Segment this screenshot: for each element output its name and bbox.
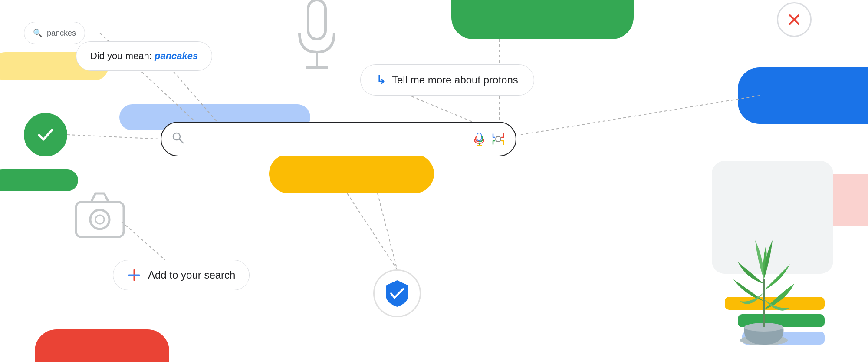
deco-green-top (451, 0, 634, 39)
search-right-icons (467, 131, 506, 147)
svg-line-11 (347, 193, 397, 269)
green-check-circle (24, 113, 67, 156)
svg-line-16 (179, 139, 183, 143)
add-to-search-pill[interactable]: Add to your search (113, 260, 250, 290)
svg-rect-17 (477, 133, 481, 141)
deco-red-bottom (35, 329, 169, 362)
svg-point-22 (90, 210, 109, 229)
voice-search-icon[interactable] (472, 132, 486, 146)
svg-point-20 (496, 136, 501, 142)
google-plus-icon (127, 268, 141, 282)
correction-prefix: Did you mean: pancakes (90, 50, 198, 62)
shield-circle (373, 269, 421, 317)
svg-rect-21 (76, 202, 124, 237)
deco-green-left (0, 169, 78, 191)
close-icon (786, 12, 802, 27)
spelling-correction-pill[interactable]: Did you mean: pancakes (76, 41, 212, 71)
small-search-icon: 🔍 (33, 28, 43, 38)
search-suggestion-text: panckes (47, 29, 76, 38)
checkmark-icon (35, 124, 56, 146)
arrow-icon: ↳ (376, 73, 386, 87)
svg-line-12 (378, 193, 397, 269)
svg-point-23 (95, 215, 104, 224)
svg-line-7 (67, 135, 161, 139)
search-suggestion-pill[interactable]: 🔍 panckes (24, 22, 85, 44)
separator (467, 131, 467, 147)
large-mic-decoration (295, 0, 339, 71)
deco-yellow (269, 154, 434, 193)
svg-line-14 (122, 222, 165, 260)
tell-me-more-pill[interactable]: ↳ Tell me more about protons (360, 64, 534, 96)
main-search-bar[interactable] (161, 122, 516, 156)
shield-icon (384, 279, 410, 308)
correction-word: pancakes (155, 50, 198, 61)
camera-outline-decoration (74, 191, 126, 241)
plant-illustration (703, 223, 825, 353)
svg-line-10 (521, 96, 760, 135)
google-lens-icon[interactable] (491, 132, 505, 146)
svg-rect-2 (308, 0, 326, 39)
close-button[interactable] (777, 2, 812, 37)
tell-me-more-text: Tell me more about protons (392, 74, 518, 86)
add-to-search-text: Add to your search (148, 269, 235, 281)
deco-blue-right (738, 67, 868, 124)
search-icon-main (172, 132, 184, 147)
